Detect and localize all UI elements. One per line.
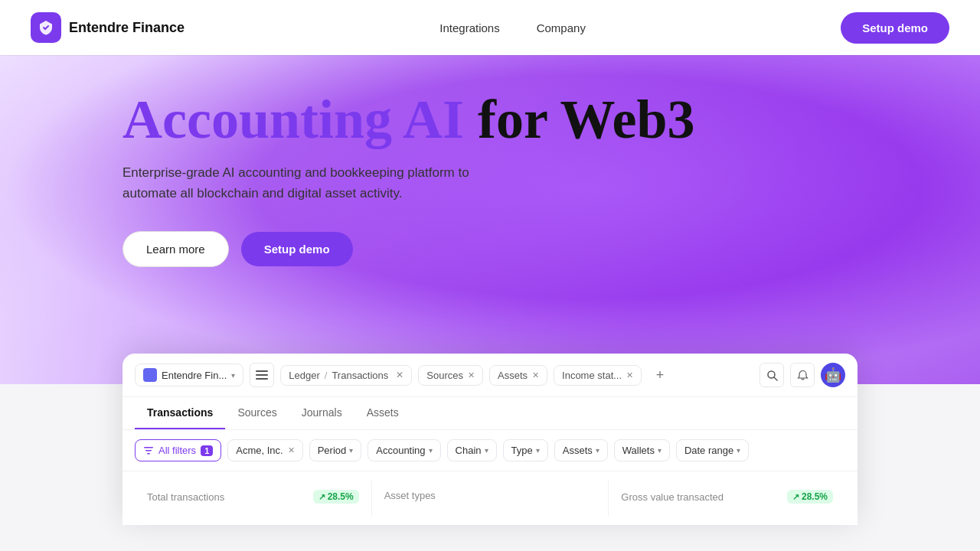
svg-rect-7: [147, 453, 150, 455]
tab-sources[interactable]: Sources: [225, 397, 289, 429]
assets-label: Assets: [563, 445, 593, 456]
date-range-label: Date range: [684, 445, 733, 456]
nav-integrations[interactable]: Integrations: [439, 21, 499, 34]
assets-chevron-icon: ▾: [596, 446, 599, 455]
all-filters-button[interactable]: All filters 1: [135, 439, 221, 461]
stat-total-transactions-header: Total transactions ↗ 28.5%: [147, 490, 359, 504]
app-tabs: Transactions Sources Journals Assets: [122, 397, 858, 430]
svg-rect-0: [256, 370, 268, 372]
hero-heading-purple: Accounting AI: [122, 89, 464, 150]
filter-assets[interactable]: Assets ✕: [489, 365, 547, 386]
tab-transactions[interactable]: Transactions: [135, 397, 225, 429]
app-panel: Entendre Fin... ▾ Ledger / Transactions …: [122, 354, 858, 525]
filter-sources-close-icon[interactable]: ✕: [468, 370, 475, 380]
wallets-label: Wallets: [622, 445, 655, 456]
breadcrumb-transactions: Transactions: [332, 370, 388, 381]
stat-gross-value-arrow-icon: ↗: [792, 492, 799, 502]
breadcrumb: Ledger / Transactions ✕: [280, 365, 412, 386]
assets-filter[interactable]: Assets ▾: [554, 439, 608, 461]
nav-company[interactable]: Company: [537, 21, 586, 34]
navbar-setup-demo-button[interactable]: Setup demo: [841, 12, 949, 44]
hero-section: Accounting AI for Web3 Enterprise-grade …: [0, 55, 980, 384]
date-range-filter[interactable]: Date range ▾: [676, 439, 749, 461]
stat-total-transactions-arrow-icon: ↗: [318, 492, 325, 502]
stat-total-transactions: Total transactions ↗ 28.5%: [135, 481, 372, 516]
type-label: Type: [511, 445, 533, 456]
stat-asset-types-label: Asset types: [384, 490, 436, 501]
stat-total-transactions-badge: ↗ 28.5%: [313, 490, 359, 504]
stat-gross-value-value: 28.5%: [802, 491, 828, 502]
menu-icon-button[interactable]: [250, 363, 274, 387]
app-topbar: Entendre Fin... ▾ Ledger / Transactions …: [122, 354, 858, 397]
svg-rect-2: [256, 378, 268, 380]
stat-gross-value-badge: ↗ 28.5%: [787, 490, 833, 504]
company-chevron-icon: ▾: [231, 371, 235, 380]
stat-gross-value-header: Gross value transacted ↗ 28.5%: [621, 490, 833, 504]
hero-heading: Accounting AI for Web3: [122, 92, 858, 147]
chain-label: Chain: [456, 445, 482, 456]
breadcrumb-ledger: Ledger: [289, 370, 319, 381]
stat-gross-value: Gross value transacted ↗ 28.5%: [609, 481, 845, 516]
type-chevron-icon: ▾: [536, 446, 540, 455]
avatar[interactable]: 🤖: [821, 363, 845, 387]
date-range-chevron-icon: ▾: [737, 446, 740, 455]
hero-buttons: Learn more Setup demo: [122, 231, 858, 267]
filter-sources-label: Sources: [426, 370, 463, 381]
company-tag-label: Acme, Inc.: [236, 445, 283, 456]
all-filters-count: 1: [201, 445, 213, 456]
filter-assets-label: Assets: [498, 370, 528, 381]
learn-more-button[interactable]: Learn more: [122, 231, 229, 267]
company-dot: [143, 368, 157, 382]
svg-line-4: [774, 377, 777, 380]
tab-assets[interactable]: Assets: [354, 397, 411, 429]
accounting-filter[interactable]: Accounting ▾: [368, 439, 440, 461]
svg-rect-5: [144, 447, 153, 448]
accounting-chevron-icon: ▾: [429, 446, 433, 455]
add-filter-button[interactable]: +: [648, 363, 672, 387]
company-selector[interactable]: Entendre Fin... ▾: [135, 364, 243, 386]
hero-subtext: Enterprise-grade AI accounting and bookk…: [122, 162, 521, 204]
wallets-filter[interactable]: Wallets ▾: [614, 439, 670, 461]
logo-text: Entendre Finance: [69, 20, 185, 36]
hero-setup-demo-button[interactable]: Setup demo: [241, 232, 353, 266]
hero-content: Accounting AI for Web3 Enterprise-grade …: [0, 55, 980, 267]
chain-chevron-icon: ▾: [485, 446, 488, 455]
navbar: Entendre Finance Integrations Company Se…: [0, 0, 980, 55]
logo: Entendre Finance: [31, 12, 185, 43]
company-name: Entendre Fin...: [162, 370, 227, 381]
avatar-image: 🤖: [825, 367, 841, 383]
svg-rect-6: [145, 450, 152, 452]
svg-rect-1: [256, 374, 268, 376]
filter-assets-close-icon[interactable]: ✕: [532, 370, 539, 380]
stat-total-transactions-label: Total transactions: [147, 491, 224, 503]
stat-total-transactions-value: 28.5%: [328, 491, 354, 502]
wallets-chevron-icon: ▾: [658, 446, 662, 455]
period-filter[interactable]: Period ▾: [309, 439, 362, 461]
filter-income-close-icon[interactable]: ✕: [626, 370, 633, 380]
search-button[interactable]: [760, 363, 784, 387]
tab-journals[interactable]: Journals: [289, 397, 354, 429]
nav-links: Integrations Company: [439, 21, 586, 34]
company-tag-close-icon[interactable]: ✕: [288, 445, 295, 455]
filters-row: All filters 1 Acme, Inc. ✕ Period ▾ Acco…: [122, 430, 858, 471]
hero-heading-dark: for Web3: [464, 89, 694, 150]
stat-gross-value-label: Gross value transacted: [621, 491, 724, 503]
accounting-label: Accounting: [376, 445, 425, 456]
logo-icon: [31, 12, 61, 43]
chain-filter[interactable]: Chain ▾: [447, 439, 497, 461]
filter-income[interactable]: Income stat... ✕: [554, 365, 642, 386]
all-filters-label: All filters: [158, 445, 196, 456]
stat-asset-types: Asset types: [372, 481, 609, 516]
breadcrumb-separator: /: [325, 370, 328, 381]
company-tag-filter[interactable]: Acme, Inc. ✕: [227, 439, 302, 461]
period-label: Period: [318, 445, 347, 456]
filter-income-label: Income stat...: [562, 370, 622, 381]
period-chevron-icon: ▾: [349, 446, 353, 455]
stats-row: Total transactions ↗ 28.5% Asset types G…: [122, 471, 858, 525]
breadcrumb-close-icon[interactable]: ✕: [396, 370, 403, 380]
type-filter[interactable]: Type ▾: [503, 439, 548, 461]
stat-asset-types-header: Asset types: [384, 490, 596, 501]
filter-sources[interactable]: Sources ✕: [418, 365, 483, 386]
notifications-button[interactable]: [790, 363, 815, 387]
